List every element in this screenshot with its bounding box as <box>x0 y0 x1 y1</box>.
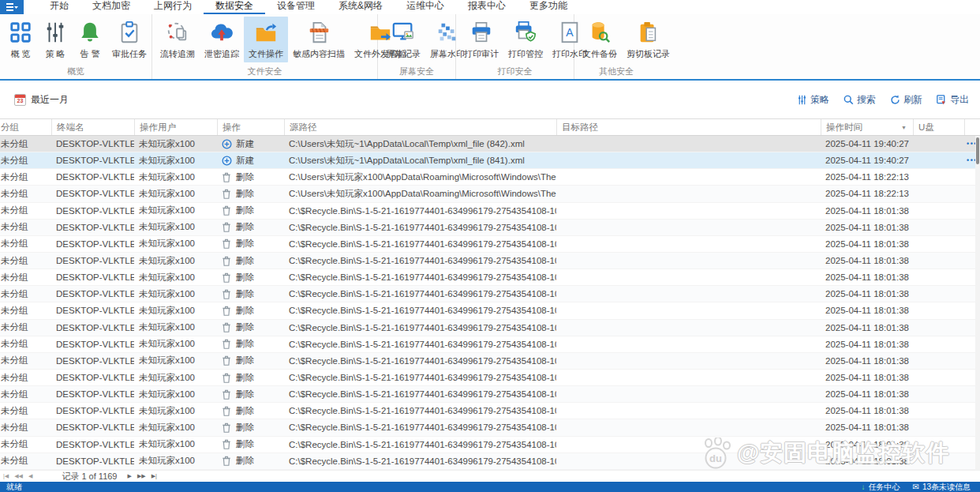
table-row[interactable]: 未分组 DESKTOP-VLKTLE1 未知玩家x100 新建 C:\Users… <box>0 136 980 152</box>
table-row[interactable]: 未分组 DESKTOP-VLKTLE1 未知玩家x100 删除 C:\$Recy… <box>0 353 980 370</box>
table-row[interactable]: 未分组 DESKTOP-VLKTLE1 未知玩家x100 删除 C:\$Recy… <box>0 302 980 319</box>
column-header-usb[interactable]: U盘 <box>913 119 964 135</box>
cell-operation: 删除 <box>217 321 284 333</box>
operation-label: 删除 <box>236 422 254 434</box>
approval-tasks-label: 审批任务 <box>112 48 147 60</box>
search-button[interactable]: 搜索 <box>843 93 876 107</box>
cell-time: 2025-04-11 18:01:38 <box>821 256 913 265</box>
sensitive-scan-button[interactable]: 敏感内容扫描 <box>288 17 350 62</box>
table-row[interactable]: 未分组 DESKTOP-VLKTLE1 未知玩家x100 删除 C:\$Recy… <box>0 253 980 269</box>
delete-icon <box>222 373 232 383</box>
tab-start[interactable]: 开始 <box>38 0 80 14</box>
column-header-source-path[interactable]: 源路径 <box>284 119 556 135</box>
export-icon <box>937 95 947 105</box>
operation-label: 新建 <box>236 155 254 167</box>
leak-track-button[interactable]: 泄密追踪 <box>200 17 244 62</box>
mail-icon: ✉ <box>912 483 918 491</box>
operation-label: 删除 <box>236 321 254 333</box>
column-header-user[interactable]: 操作用户 <box>134 119 217 135</box>
cell-terminal: DESKTOP-VLKTLE1 <box>51 223 134 232</box>
screen-record-button[interactable]: 屏幕记录 <box>381 17 425 62</box>
tab-report-center[interactable]: 报表中心 <box>456 0 518 14</box>
delete-icon <box>222 205 232 216</box>
table-row[interactable]: 未分组 DESKTOP-VLKTLE1 未知玩家x100 新建 C:\Users… <box>0 152 980 169</box>
table-row[interactable]: 未分组 DESKTOP-VLKTLE1 未知玩家x100 删除 C:\$Recy… <box>0 437 980 453</box>
cell-group: 未分组 <box>0 255 51 267</box>
tab-web-behavior[interactable]: 上网行为 <box>142 0 204 14</box>
cell-group: 未分组 <box>0 272 51 284</box>
print-audit-button[interactable]: 打印审计 <box>459 17 503 62</box>
first-page-button[interactable]: |◀ <box>3 473 9 479</box>
table-row[interactable]: 未分组 DESKTOP-VLKTLE1 未知玩家x100 删除 C:\$Recy… <box>0 269 980 286</box>
policy-button[interactable]: 策 略 <box>38 17 73 62</box>
delete-icon <box>222 439 232 449</box>
app-menu-button[interactable] <box>0 0 24 14</box>
tab-device-mgmt[interactable]: 设备管理 <box>265 0 327 14</box>
cell-source-path: C:\$Recycle.Bin\S-1-5-21-1619774401-6349… <box>284 289 556 299</box>
column-header-time[interactable]: 操作时间 ▼ <box>821 119 913 135</box>
refresh-button[interactable]: 刷新 <box>890 93 922 107</box>
cell-source-path: C:\$Recycle.Bin\S-1-5-21-1619774401-6349… <box>284 206 556 216</box>
table-row[interactable]: 未分组 DESKTOP-VLKTLE1 未知玩家x100 删除 C:\$Recy… <box>0 220 980 236</box>
cell-terminal: DESKTOP-VLKTLE1 <box>51 423 134 432</box>
cell-operation: 删除 <box>217 372 284 384</box>
table-row[interactable]: 未分组 DESKTOP-VLKTLE1 未知玩家x100 删除 C:\$Recy… <box>0 403 980 419</box>
table-body: 未分组 DESKTOP-VLKTLE1 未知玩家x100 新建 C:\Users… <box>0 136 980 470</box>
print-audit-label: 打印审计 <box>464 48 499 60</box>
column-header-terminal[interactable]: 终端名 <box>51 119 134 135</box>
table-row[interactable]: 未分组 DESKTOP-VLKTLE1 未知玩家x100 删除 C:\Users… <box>0 186 980 202</box>
table-row[interactable]: 未分组 DESKTOP-VLKTLE1 未知玩家x100 删除 C:\$Recy… <box>0 370 980 386</box>
delete-icon <box>222 322 232 332</box>
table-row[interactable]: 未分组 DESKTOP-VLKTLE1 未知玩家x100 删除 C:\$Recy… <box>0 236 980 253</box>
table-row[interactable]: 未分组 DESKTOP-VLKTLE1 未知玩家x100 删除 C:\$Recy… <box>0 320 980 336</box>
last-page-button[interactable]: ▶| <box>151 473 157 479</box>
tab-data-security[interactable]: 数据安全 <box>204 0 265 14</box>
flow-trace-button[interactable]: 流转追溯 <box>155 17 200 62</box>
table-row[interactable]: 未分组 DESKTOP-VLKTLE1 未知玩家x100 删除 C:\Users… <box>0 169 980 186</box>
table-row[interactable]: 未分组 DESKTOP-VLKTLE1 未知玩家x100 删除 C:\$Recy… <box>0 336 980 353</box>
table-row[interactable]: 未分组 DESKTOP-VLKTLE1 未知玩家x100 删除 C:\$Recy… <box>0 419 980 436</box>
tab-doc-encrypt[interactable]: 文档加密 <box>80 0 142 14</box>
date-range-filter[interactable]: 23 最近一月 <box>14 93 69 107</box>
next-page-button[interactable]: ▶ <box>128 473 132 479</box>
cell-terminal: DESKTOP-VLKTLE1 <box>51 239 134 249</box>
overview-button[interactable]: 概 览 <box>3 17 38 62</box>
cell-source-path: C:\$Recycle.Bin\S-1-5-21-1619774401-6349… <box>284 356 556 366</box>
column-header-operation[interactable]: 操作 <box>217 119 284 135</box>
column-header-target-path[interactable]: 目标路径 <box>556 119 821 135</box>
column-header-group[interactable]: 分组 <box>0 119 51 135</box>
screen-record-label: 屏幕记录 <box>386 48 421 60</box>
fast-next-button[interactable]: ▶▶ <box>137 473 146 479</box>
status-ready-label: 就绪 <box>6 482 22 492</box>
cell-time: 2025-04-11 19:40:27 <box>821 139 913 148</box>
cell-group: 未分组 <box>0 405 51 417</box>
cell-user: 未知玩家x100 <box>134 155 217 167</box>
cell-source-path: C:\$Recycle.Bin\S-1-5-21-1619774401-6349… <box>284 272 556 282</box>
unread-messages-button[interactable]: ✉ 13条未读信息 <box>912 482 971 492</box>
table-row[interactable]: 未分组 DESKTOP-VLKTLE1 未知玩家x100 删除 C:\$Recy… <box>0 453 980 470</box>
cell-source-path: C:\$Recycle.Bin\S-1-5-21-1619774401-6349… <box>284 423 556 432</box>
cell-group: 未分组 <box>0 171 51 183</box>
tab-ops-center[interactable]: 运维中心 <box>395 0 456 14</box>
task-center-button[interactable]: ↓ 任务中心 <box>861 482 900 492</box>
scrollbar-thumb[interactable] <box>976 137 979 164</box>
policy-action-button[interactable]: 策略 <box>797 93 829 107</box>
fast-prev-button[interactable]: ◀◀ <box>14 473 23 479</box>
alert-button[interactable]: 告 警 <box>73 17 107 62</box>
export-button[interactable]: 导出 <box>937 93 969 107</box>
file-operations-button[interactable]: 文件操作 <box>244 17 288 62</box>
tab-system-network[interactable]: 系统&网络 <box>327 0 395 14</box>
approval-tasks-button[interactable]: 审批任务 <box>107 17 151 62</box>
print-control-button[interactable]: 打印管控 <box>503 17 548 62</box>
sort-dropdown-icon[interactable]: ▼ <box>901 125 907 130</box>
tab-more-features[interactable]: 更多功能 <box>518 0 579 14</box>
vertical-scrollbar[interactable] <box>975 136 980 470</box>
table-row[interactable]: 未分组 DESKTOP-VLKTLE1 未知玩家x100 删除 C:\$Recy… <box>0 203 980 220</box>
file-backup-button[interactable]: 文件备份 <box>578 17 622 62</box>
sliders-icon <box>797 95 807 105</box>
table-row[interactable]: 未分组 DESKTOP-VLKTLE1 未知玩家x100 删除 C:\$Recy… <box>0 286 980 302</box>
prev-page-button[interactable]: ◀ <box>28 473 32 479</box>
ribbon-group-screen-security: 屏幕记录 屏幕水印 屏幕安全 <box>378 14 456 79</box>
cell-user: 未知玩家x100 <box>134 321 217 333</box>
table-row[interactable]: 未分组 DESKTOP-VLKTLE1 未知玩家x100 删除 C:\$Recy… <box>0 386 980 403</box>
